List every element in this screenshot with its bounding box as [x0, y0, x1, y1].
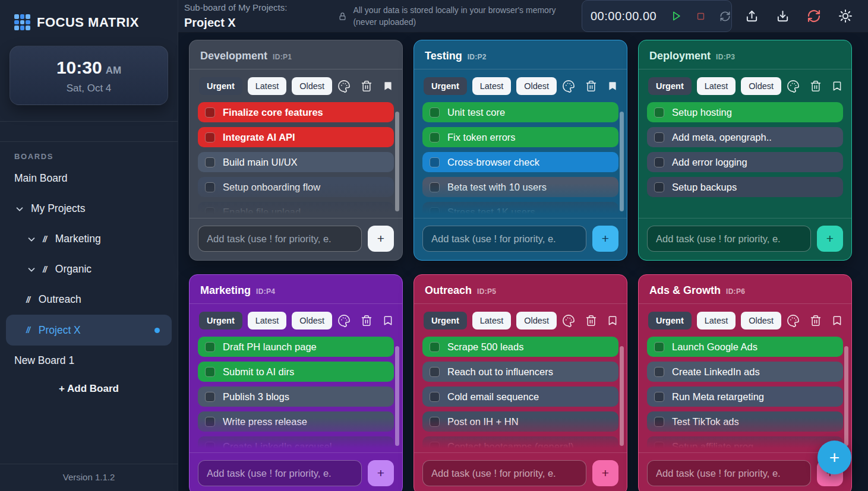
- task-item[interactable]: Setup backups: [647, 177, 843, 197]
- task-checkbox[interactable]: [654, 442, 664, 452]
- task-item[interactable]: Build main UI/UX: [198, 152, 394, 172]
- task-checkbox[interactable]: [430, 182, 440, 192]
- task-item[interactable]: Finalize core features: [198, 102, 394, 122]
- task-item[interactable]: Post on IH + HN: [422, 411, 618, 432]
- task-item[interactable]: Cold email sequence: [422, 387, 618, 407]
- upload-icon[interactable]: [745, 9, 759, 23]
- task-checkbox[interactable]: [430, 442, 440, 452]
- urgent-filter-button[interactable]: Urgent: [199, 77, 242, 95]
- sidebar-board-item[interactable]: // Organic: [0, 254, 178, 284]
- add-task-input[interactable]: [198, 460, 362, 486]
- task-item[interactable]: Fix token errors: [422, 127, 618, 147]
- urgent-filter-button[interactable]: Urgent: [648, 77, 692, 95]
- task-item[interactable]: Enable file upload: [198, 202, 394, 218]
- task-checkbox[interactable]: [654, 157, 664, 167]
- add-task-button[interactable]: +: [368, 460, 394, 486]
- task-item[interactable]: Integrate AI API: [198, 127, 394, 147]
- task-item[interactable]: Unit test core: [422, 102, 618, 122]
- task-item[interactable]: Write press release: [198, 411, 394, 432]
- reset-data-icon[interactable]: [807, 9, 821, 23]
- theme-sun-icon[interactable]: [838, 9, 853, 23]
- latest-sort-button[interactable]: Latest: [248, 77, 287, 95]
- task-checkbox[interactable]: [205, 367, 215, 377]
- urgent-filter-button[interactable]: Urgent: [424, 77, 467, 95]
- task-item[interactable]: Contact bootcamps (general): [422, 436, 618, 452]
- trash-icon[interactable]: [810, 80, 822, 92]
- palette-icon[interactable]: [337, 314, 351, 327]
- task-item[interactable]: Cross-browser check: [422, 152, 618, 172]
- task-checkbox[interactable]: [205, 342, 215, 352]
- trash-icon[interactable]: [585, 315, 597, 327]
- chevron-down-icon[interactable]: [26, 234, 37, 245]
- oldest-sort-button[interactable]: Oldest: [741, 77, 781, 95]
- task-checkbox[interactable]: [430, 342, 440, 352]
- bookmark-filled-icon[interactable]: [607, 81, 618, 91]
- task-item[interactable]: Stress test 1K users: [422, 202, 618, 218]
- bookmark-filled-icon[interactable]: [383, 81, 393, 91]
- bookmark-outline-icon[interactable]: [607, 315, 618, 326]
- timer-play-icon[interactable]: [670, 10, 682, 22]
- sidebar-board-item[interactable]: New Board 1: [0, 346, 178, 376]
- task-item[interactable]: Add meta, opengraph..: [647, 127, 843, 147]
- task-item[interactable]: Launch Google Ads: [647, 337, 843, 357]
- oldest-sort-button[interactable]: Oldest: [516, 312, 557, 330]
- bookmark-outline-icon[interactable]: [832, 81, 842, 91]
- task-checkbox[interactable]: [430, 367, 440, 377]
- add-task-button[interactable]: +: [592, 226, 618, 252]
- chevron-down-icon[interactable]: [14, 204, 25, 214]
- task-checkbox[interactable]: [430, 157, 440, 167]
- board-scrollbar[interactable]: [620, 346, 624, 446]
- latest-sort-button[interactable]: Latest: [472, 312, 512, 330]
- task-item[interactable]: Scrape 500 leads: [422, 337, 618, 357]
- trash-icon[interactable]: [810, 315, 822, 327]
- add-task-input[interactable]: [647, 226, 811, 252]
- add-task-button[interactable]: +: [592, 460, 618, 486]
- add-task-input[interactable]: [422, 460, 586, 486]
- add-task-input[interactable]: [198, 226, 362, 252]
- latest-sort-button[interactable]: Latest: [472, 77, 512, 95]
- bookmark-outline-icon[interactable]: [832, 315, 842, 326]
- task-checkbox[interactable]: [430, 207, 440, 217]
- task-checkbox[interactable]: [654, 107, 664, 118]
- task-checkbox[interactable]: [205, 207, 215, 217]
- add-task-button[interactable]: +: [817, 226, 843, 252]
- palette-icon[interactable]: [562, 314, 575, 327]
- task-checkbox[interactable]: [654, 132, 664, 142]
- task-item[interactable]: Run Meta retargeting: [647, 387, 843, 407]
- sidebar-board-item[interactable]: Main Board: [0, 163, 178, 194]
- oldest-sort-button[interactable]: Oldest: [292, 312, 332, 330]
- task-item[interactable]: Reach out to influencers: [422, 362, 618, 382]
- task-item[interactable]: Create LinkedIn ads: [647, 362, 843, 382]
- oldest-sort-button[interactable]: Oldest: [741, 312, 781, 330]
- timer-reset-icon[interactable]: [719, 11, 731, 22]
- task-item[interactable]: Submit to AI dirs: [198, 362, 394, 382]
- trash-icon[interactable]: [585, 80, 597, 92]
- timer-stop-icon[interactable]: [696, 11, 706, 21]
- urgent-filter-button[interactable]: Urgent: [424, 312, 467, 330]
- task-item[interactable]: Create LinkedIn carousel: [198, 436, 394, 452]
- palette-icon[interactable]: [787, 80, 800, 93]
- sidebar-board-item[interactable]: // Project X: [6, 315, 172, 346]
- palette-icon[interactable]: [562, 80, 575, 93]
- oldest-sort-button[interactable]: Oldest: [516, 77, 557, 95]
- board-scrollbar[interactable]: [620, 112, 624, 211]
- task-checkbox[interactable]: [205, 392, 215, 402]
- task-item[interactable]: Setup affiliate prog: [647, 436, 843, 452]
- urgent-filter-button[interactable]: Urgent: [648, 312, 692, 330]
- palette-icon[interactable]: [337, 80, 351, 93]
- task-checkbox[interactable]: [205, 132, 215, 142]
- chevron-down-icon[interactable]: [26, 264, 37, 275]
- task-checkbox[interactable]: [205, 417, 215, 427]
- task-item[interactable]: Publish 3 blogs: [198, 387, 394, 407]
- board-scrollbar[interactable]: [395, 112, 399, 211]
- task-checkbox[interactable]: [205, 107, 215, 118]
- task-item[interactable]: Beta test with 10 users: [422, 177, 618, 197]
- task-item[interactable]: Add error logging: [647, 152, 843, 172]
- board-scrollbar[interactable]: [395, 346, 399, 446]
- trash-icon[interactable]: [361, 315, 373, 327]
- task-item[interactable]: Test TikTok ads: [647, 411, 843, 432]
- add-board-button[interactable]: + Add Board: [0, 383, 178, 395]
- latest-sort-button[interactable]: Latest: [248, 312, 287, 330]
- urgent-filter-button[interactable]: Urgent: [199, 312, 242, 330]
- latest-sort-button[interactable]: Latest: [697, 77, 736, 95]
